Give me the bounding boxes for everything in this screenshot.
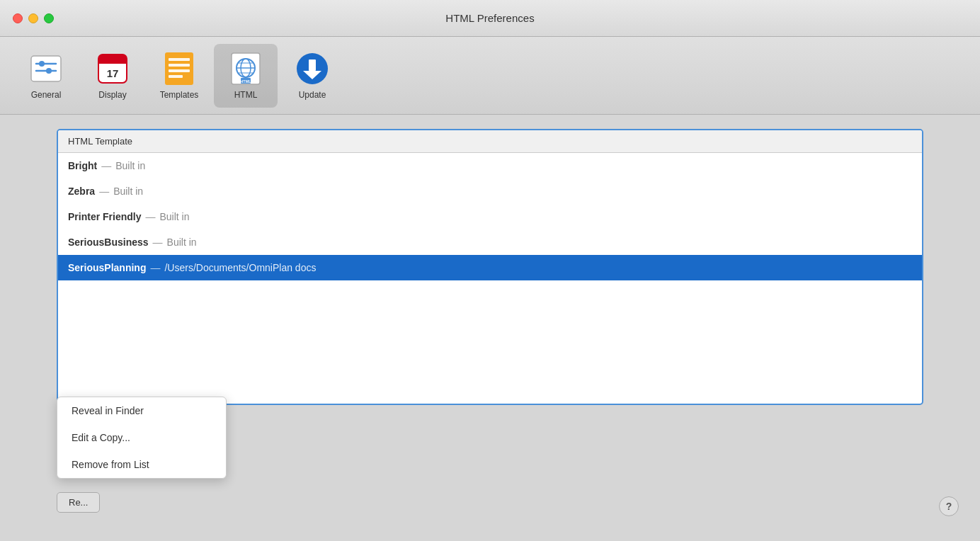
svg-rect-9 xyxy=(165,52,193,85)
update-icon-svg xyxy=(296,52,329,85)
dropdown-item-remove[interactable]: Remove from List xyxy=(57,451,226,478)
download-icon xyxy=(295,52,329,86)
template-loc-zebra: Built in xyxy=(113,186,143,197)
template-item-seriousbusiness[interactable]: SeriousBusiness — Built in xyxy=(58,229,922,255)
svg-text:HTML: HTML xyxy=(240,79,251,84)
window-title: HTML Preferences xyxy=(445,12,534,24)
sliders-icon xyxy=(29,52,63,86)
svg-text:17: 17 xyxy=(107,67,119,79)
update-label: Update xyxy=(299,90,326,100)
html-label: HTML xyxy=(234,90,258,100)
dropdown-item-reveal[interactable]: Reveal in Finder xyxy=(57,397,226,424)
templates-label: Templates xyxy=(160,90,199,100)
general-icon-svg xyxy=(30,55,62,82)
calendar-icon: 17 xyxy=(96,52,130,86)
template-list-container: HTML Template Bright — Built in Zebra — … xyxy=(57,129,923,405)
dropdown-item-edit-copy[interactable]: Edit a Copy... xyxy=(57,424,226,451)
template-sep-bright: — xyxy=(101,160,111,171)
help-icon: ? xyxy=(946,501,952,512)
svg-rect-11 xyxy=(169,64,190,67)
close-button[interactable] xyxy=(13,13,23,23)
html-icon: HTML xyxy=(229,52,263,86)
template-sep-zebra: — xyxy=(99,186,109,197)
toolbar-item-general[interactable]: General xyxy=(14,44,78,108)
template-sep-printer: — xyxy=(145,211,155,222)
revert-label: Re... xyxy=(69,497,88,508)
template-name-seriousbusiness: SeriousBusiness xyxy=(68,237,149,248)
display-label: Display xyxy=(98,90,126,100)
general-label: General xyxy=(31,90,62,100)
template-item-seriousplanning[interactable]: SeriousPlanning — /Users/Documents/OmniP… xyxy=(58,255,922,280)
svg-rect-23 xyxy=(309,59,316,71)
toolbar-item-display[interactable]: 17 Display xyxy=(81,44,144,108)
template-loc-seriousplanning: /Users/Documents/OmniPlan docs xyxy=(164,262,316,273)
templates-icon xyxy=(162,52,196,86)
main-content: HTML Template Bright — Built in Zebra — … xyxy=(0,115,980,445)
template-loc-printer: Built in xyxy=(159,211,189,222)
html-icon-svg: HTML xyxy=(231,52,261,85)
template-sep-seriousplanning: — xyxy=(150,262,160,273)
template-name-bright: Bright xyxy=(68,160,97,171)
template-sep-seriousbusiness: — xyxy=(153,237,163,248)
template-name-printer: Printer Friendly xyxy=(68,211,141,222)
template-loc-seriousbusiness: Built in xyxy=(167,237,197,248)
template-item-zebra[interactable]: Zebra — Built in xyxy=(58,178,922,204)
toolbar-item-templates[interactable]: Templates xyxy=(147,44,211,108)
toolbar-item-html[interactable]: HTML HTML xyxy=(214,44,278,108)
help-button[interactable]: ? xyxy=(939,496,959,516)
window-controls xyxy=(13,13,54,23)
template-name-zebra: Zebra xyxy=(68,186,95,197)
template-item-printer-friendly[interactable]: Printer Friendly — Built in xyxy=(58,204,922,229)
svg-rect-10 xyxy=(169,58,190,61)
template-list-items: Bright — Built in Zebra — Built in Print… xyxy=(58,153,922,280)
template-name-seriousplanning: SeriousPlanning xyxy=(68,262,146,273)
toolbar-item-update[interactable]: Update xyxy=(280,44,344,108)
template-list-header: HTML Template xyxy=(58,130,922,153)
svg-rect-0 xyxy=(31,56,61,81)
revert-button[interactable]: Re... xyxy=(57,492,100,513)
maximize-button[interactable] xyxy=(44,13,54,23)
svg-rect-7 xyxy=(98,59,127,64)
template-loc-bright: Built in xyxy=(115,160,145,171)
svg-point-2 xyxy=(39,61,45,67)
dropdown-menu: Reveal in Finder Edit a Copy... Remove f… xyxy=(57,397,227,479)
toolbar: General 17 Display Templates xyxy=(0,37,980,115)
display-icon-svg: 17 xyxy=(98,54,127,84)
svg-rect-12 xyxy=(169,69,190,72)
title-bar: HTML Preferences xyxy=(0,0,980,37)
template-item-bright[interactable]: Bright — Built in xyxy=(58,153,922,178)
templates-icon-svg xyxy=(165,52,193,85)
svg-rect-13 xyxy=(169,75,183,78)
minimize-button[interactable] xyxy=(28,13,38,23)
svg-point-4 xyxy=(46,68,52,74)
